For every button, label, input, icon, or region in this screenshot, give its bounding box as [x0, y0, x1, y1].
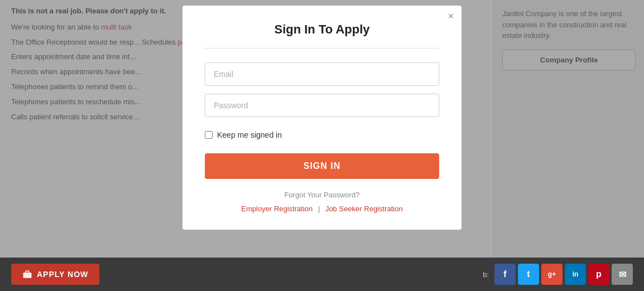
forgot-password-container: Forgot Your Password? — [205, 190, 439, 199]
modal-title: Sign In To Apply — [205, 22, 439, 37]
bottom-bar: APPLY NOW b: f t g+ in p ✉ — [0, 258, 644, 291]
keep-signed-container: Keep me signed in — [205, 130, 439, 139]
keep-signed-checkbox[interactable] — [205, 131, 213, 139]
pinterest-icon[interactable]: p — [588, 264, 609, 285]
email-input[interactable] — [205, 62, 439, 86]
keep-signed-label: Keep me signed in — [217, 130, 282, 139]
facebook-icon[interactable]: f — [494, 264, 516, 285]
modal-links-container: Employer Registration | Job Seeker Regis… — [205, 205, 439, 213]
sign-in-modal: × Sign In To Apply Keep me signed in SIG… — [182, 6, 462, 230]
google-plus-icon[interactable]: g+ — [541, 264, 563, 285]
job-seeker-registration-link[interactable]: Job Seeker Registration — [325, 205, 403, 213]
forgot-password-link[interactable]: Forgot Your Password? — [284, 191, 359, 199]
email-icon[interactable]: ✉ — [612, 264, 633, 285]
sign-in-button[interactable]: SIGN IN — [205, 153, 439, 179]
share-label: b: — [483, 270, 489, 279]
twitter-icon[interactable]: t — [518, 264, 539, 285]
links-divider: | — [318, 205, 320, 213]
apply-now-label: APPLY NOW — [37, 270, 88, 279]
briefcase-icon — [22, 269, 32, 279]
linkedin-icon[interactable]: in — [565, 264, 586, 285]
modal-divider — [205, 48, 439, 48]
apply-now-button[interactable]: APPLY NOW — [11, 264, 99, 285]
close-button[interactable]: × — [448, 11, 454, 21]
employer-registration-link[interactable]: Employer Registration — [241, 205, 313, 213]
password-input[interactable] — [205, 94, 439, 117]
svg-rect-0 — [23, 273, 32, 278]
social-icons-group: f t g+ in p ✉ — [494, 264, 633, 285]
